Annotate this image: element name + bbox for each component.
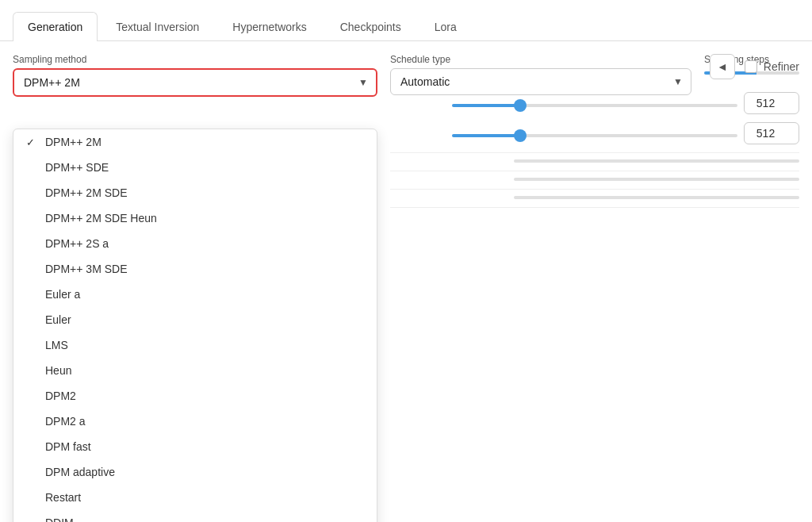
sampling-method-wrapper: ▼: [13, 68, 377, 97]
dropdown-item[interactable]: DDIM: [13, 510, 377, 522]
dropdown-item-label: LMS: [45, 339, 68, 351]
divider-3: [390, 189, 799, 190]
gray-bar-row-1: [390, 159, 799, 163]
dropdown-item-label: Euler: [45, 313, 71, 326]
refiner-label[interactable]: Refiner: [745, 60, 799, 73]
tab-generation[interactable]: Generation: [13, 12, 98, 41]
dropdown-item-label: DDIM: [45, 516, 74, 522]
gray-bar-2: [514, 178, 799, 181]
tab-hypernetworks[interactable]: Hypernetworks: [217, 12, 321, 41]
sampling-method-group: Sampling method ▼: [13, 54, 377, 97]
tab-checkpoints[interactable]: Checkpoints: [325, 12, 416, 41]
dropdown-item[interactable]: ✓DPM++ 2M: [13, 129, 377, 155]
dropdown-item[interactable]: Euler a: [13, 282, 377, 307]
dropdown-item-label: DPM2: [45, 390, 76, 402]
dropdown-item[interactable]: DPM adaptive: [13, 459, 377, 485]
dropdown-item[interactable]: DPM++ 2S a: [13, 231, 377, 256]
height-input[interactable]: [744, 122, 799, 144]
height-slider-wrapper: [452, 127, 737, 140]
dropdown-item[interactable]: Restart: [13, 485, 377, 510]
gray-bar-row-2: [390, 178, 799, 181]
dropdown-item-label: DPM++ 2M SDE: [45, 186, 127, 199]
height-row: [390, 122, 799, 144]
gray-bar-1: [514, 159, 799, 163]
dropdown-item[interactable]: DPM2: [13, 383, 377, 409]
dropdown-item[interactable]: Heun: [13, 358, 377, 383]
divider-1: [390, 152, 799, 153]
refiner-row: ◄ Refiner: [390, 54, 799, 79]
dropdown-item-label: DPM++ 3M SDE: [45, 263, 127, 275]
dropdown-item-label: DPM++ 2S a: [45, 237, 109, 250]
dropdown-item[interactable]: DPM++ 2M SDE Heun: [13, 205, 377, 231]
refiner-text: Refiner: [764, 60, 799, 73]
dropdown-item[interactable]: DPM++ SDE: [13, 155, 377, 180]
tab-textual-inversion[interactable]: Textual Inversion: [101, 12, 214, 41]
dropdown-item-label: DPM adaptive: [45, 466, 115, 478]
gray-bar-3: [514, 196, 799, 199]
dropdown-item-label: Euler a: [45, 288, 80, 301]
dropdown-item[interactable]: DPM2 a: [13, 409, 377, 434]
sampling-method-label: Sampling method: [13, 54, 377, 65]
back-button[interactable]: ◄: [710, 54, 735, 79]
gray-bar-row-3: [390, 196, 799, 199]
divider-4: [390, 207, 799, 208]
dropdown-item[interactable]: Euler: [13, 307, 377, 332]
height-slider[interactable]: [452, 134, 737, 137]
dropdown-item-label: DPM++ 2M: [45, 136, 102, 148]
dropdown-item-label: DPM2 a: [45, 415, 86, 428]
dropdown-item-label: Restart: [45, 491, 81, 504]
dropdown-item-label: DPM++ 2M SDE Heun: [45, 212, 157, 225]
tab-lora[interactable]: Lora: [419, 12, 472, 41]
dropdown-item-label: Heun: [45, 364, 71, 377]
main-content: Sampling method ▼ Schedule type ▼ Sampli…: [0, 41, 812, 97]
sampling-method-input[interactable]: [14, 70, 376, 95]
refiner-checkbox[interactable]: [745, 60, 757, 73]
dropdown-item[interactable]: DPM++ 3M SDE: [13, 256, 377, 282]
dropdown-item[interactable]: DPM++ 2M SDE: [13, 180, 377, 205]
dropdown-item[interactable]: DPM fast: [13, 434, 377, 459]
width-slider-wrapper: [452, 97, 737, 109]
divider-2: [390, 171, 799, 171]
dropdown-item-label: DPM++ SDE: [45, 161, 109, 174]
sampling-method-dropdown: ✓DPM++ 2MDPM++ SDEDPM++ 2M SDEDPM++ 2M S…: [13, 129, 377, 522]
dropdown-item-label: DPM fast: [45, 440, 91, 453]
checkmark-icon: ✓: [26, 136, 39, 148]
width-slider[interactable]: [452, 104, 737, 107]
tab-bar: Generation Textual Inversion Hypernetwor…: [0, 0, 812, 41]
right-panel: ◄ Refiner: [390, 54, 799, 214]
dropdown-item[interactable]: LMS: [13, 332, 377, 358]
width-row: [390, 92, 799, 114]
width-input[interactable]: [744, 92, 799, 114]
